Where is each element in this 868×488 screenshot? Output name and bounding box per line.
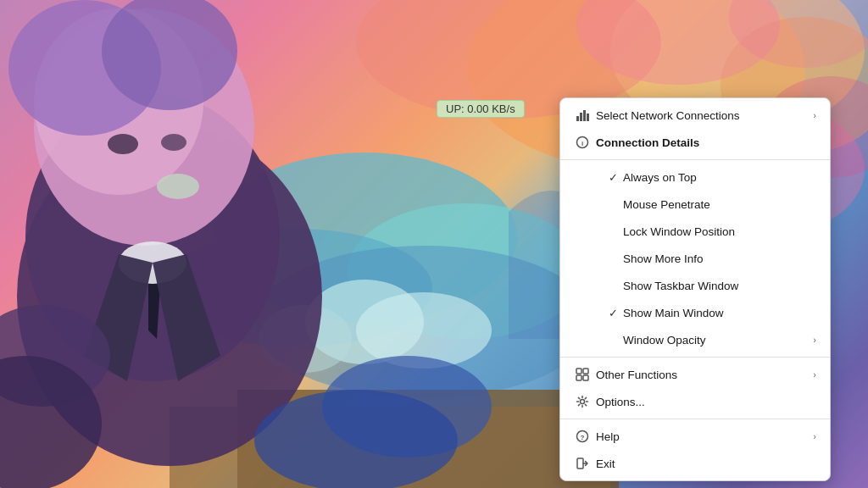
- svg-point-27: [161, 134, 186, 151]
- exit-door-icon: [570, 457, 594, 470]
- menu-item-show-main-window[interactable]: ✓Show Main Window: [560, 299, 830, 326]
- speed-widget: UP: 0.00 KB/s: [437, 100, 525, 118]
- label-other-functions: Other Functions: [594, 369, 806, 381]
- grid-icon: [570, 368, 594, 381]
- check-show-main-window: ✓: [604, 307, 621, 319]
- gear-icon: [570, 395, 594, 408]
- menu-item-show-more-info[interactable]: Show More Info: [560, 245, 830, 272]
- svg-rect-41: [583, 369, 588, 374]
- menu-item-connection-details[interactable]: i Connection Details: [560, 129, 830, 156]
- label-always-on-top: Always on Top: [621, 171, 816, 184]
- svg-text:i: i: [581, 140, 583, 147]
- menu-divider: [560, 357, 830, 358]
- label-exit: Exit: [594, 458, 816, 470]
- label-show-taskbar-window: Show Taskbar Window: [621, 280, 816, 292]
- speed-value: UP: 0.00 KB/s: [446, 103, 515, 115]
- menu-item-select-network[interactable]: Select Network Connections›: [560, 102, 830, 129]
- label-show-more-info: Show More Info: [621, 252, 816, 265]
- info-circle-icon: i: [570, 136, 594, 149]
- arrow-select-network: ›: [813, 110, 816, 120]
- svg-rect-43: [583, 375, 588, 380]
- menu-item-lock-window-position[interactable]: Lock Window Position: [560, 218, 830, 245]
- label-select-network: Select Network Connections: [594, 109, 806, 122]
- menu-item-show-taskbar-window[interactable]: Show Taskbar Window: [560, 272, 830, 299]
- svg-rect-35: [580, 113, 582, 121]
- svg-rect-47: [577, 458, 583, 469]
- menu-item-other-functions[interactable]: Other Functions›: [560, 361, 830, 388]
- svg-text:?: ?: [581, 434, 585, 441]
- check-always-on-top: ✓: [604, 171, 621, 184]
- menu-item-window-opacity[interactable]: Window Opacity›: [560, 326, 830, 353]
- bar-chart-icon: [570, 108, 594, 122]
- svg-point-25: [157, 174, 199, 199]
- menu-item-exit[interactable]: Exit: [560, 450, 830, 477]
- svg-point-31: [254, 390, 458, 488]
- svg-rect-36: [583, 110, 586, 121]
- menu-item-mouse-penetrate[interactable]: Mouse Penetrate: [560, 191, 830, 218]
- menu-item-options[interactable]: Options...: [560, 388, 830, 415]
- context-menu: Select Network Connections› i Connection…: [559, 97, 831, 481]
- label-show-main-window: Show Main Window: [621, 307, 816, 319]
- label-mouse-penetrate: Mouse Penetrate: [621, 198, 816, 211]
- svg-point-26: [108, 134, 138, 154]
- arrow-window-opacity: ›: [813, 335, 816, 345]
- label-lock-window-position: Lock Window Position: [621, 225, 816, 238]
- menu-item-always-on-top[interactable]: ✓Always on Top: [560, 164, 830, 191]
- label-options: Options...: [594, 396, 816, 408]
- arrow-help: ›: [813, 431, 816, 441]
- svg-rect-37: [587, 114, 589, 121]
- svg-rect-40: [576, 369, 581, 374]
- menu-item-help[interactable]: ? Help›: [560, 423, 830, 450]
- menu-divider: [560, 159, 830, 160]
- menu-divider: [560, 419, 830, 419]
- svg-point-44: [581, 400, 585, 404]
- arrow-other-functions: ›: [813, 369, 816, 380]
- label-window-opacity: Window Opacity: [621, 334, 806, 347]
- question-circle-icon: ?: [570, 430, 594, 443]
- svg-rect-34: [576, 116, 579, 121]
- svg-rect-42: [576, 375, 581, 380]
- label-help: Help: [594, 430, 806, 443]
- label-connection-details: Connection Details: [594, 136, 816, 149]
